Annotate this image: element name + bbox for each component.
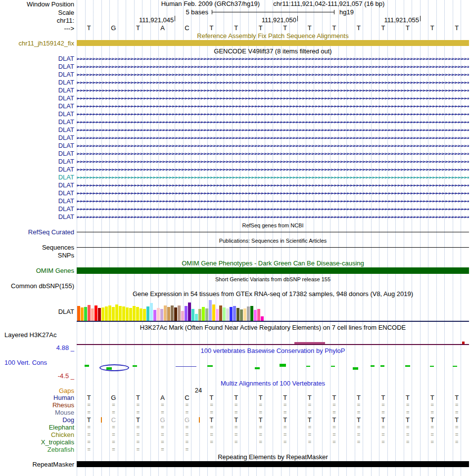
gtex-expression-bar[interactable] <box>119 306 122 321</box>
track-label-layered-h3k27ac[interactable]: Layered H3K27Ac <box>0 331 74 339</box>
h3k27ac-baseline[interactable] <box>77 344 469 345</box>
gtex-expression-bar[interactable] <box>247 306 250 321</box>
gtex-expression-bar[interactable] <box>216 309 219 321</box>
gtex-expression-bar[interactable] <box>202 307 205 321</box>
track-label-fix-patch[interactable]: chr11_jh159142_fix <box>0 40 74 47</box>
gtex-expression-bar[interactable] <box>77 306 80 321</box>
gtex-expression-bar[interactable] <box>185 306 188 321</box>
gene-transcript-dlat[interactable]: >>>>>>>>>>>>>>>>>>>>>>>>>>>>>>>>>>>>>>>>… <box>77 197 469 205</box>
gene-transcript-dlat[interactable]: >>>>>>>>>>>>>>>>>>>>>>>>>>>>>>>>>>>>>>>>… <box>77 213 469 221</box>
gtex-expression-bar[interactable] <box>91 308 94 321</box>
gtex-expression-bar[interactable] <box>250 306 253 321</box>
gene-transcript-dlat[interactable]: >>>>>>>>>>>>>>>>>>>>>>>>>>>>>>>>>>>>>>>>… <box>77 94 469 102</box>
species-label-human[interactable]: Human <box>0 394 74 401</box>
gene-label-dlat[interactable]: DLAT <box>0 102 74 110</box>
gene-transcript-dlat[interactable]: >>>>>>>>>>>>>>>>>>>>>>>>>>>>>>>>>>>>>>>>… <box>77 158 469 166</box>
species-label-x_tropicalis[interactable]: X_tropicalis <box>0 438 74 446</box>
track-label-repeatmasker[interactable]: RepeatMasker <box>0 461 74 469</box>
track-label-omim-genes[interactable]: OMIM Genes <box>0 267 74 275</box>
gene-transcript-dlat[interactable]: >>>>>>>>>>>>>>>>>>>>>>>>>>>>>>>>>>>>>>>>… <box>77 110 469 118</box>
gene-transcript-dlat[interactable]: >>>>>>>>>>>>>>>>>>>>>>>>>>>>>>>>>>>>>>>>… <box>77 63 469 71</box>
gene-label-dlat[interactable]: DLAT <box>0 197 74 205</box>
repeatmasker-bar[interactable] <box>77 461 469 467</box>
gene-label-dlat[interactable]: DLAT <box>0 142 74 150</box>
gene-label-dlat[interactable]: DLAT <box>0 118 74 126</box>
gtex-expression-bar[interactable] <box>212 304 215 321</box>
gtex-expression-bar[interactable] <box>223 307 226 321</box>
gtex-expression-bar[interactable] <box>198 309 201 321</box>
track-label-common-dbsnp[interactable]: Common dbSNP(155) <box>0 282 74 290</box>
gene-label-dlat[interactable]: DLAT <box>0 213 74 221</box>
gene-label-dlat[interactable]: DLAT <box>0 181 74 189</box>
gene-label-dlat[interactable]: DLAT <box>0 134 74 142</box>
gene-label-dlat[interactable]: DLAT <box>0 87 74 94</box>
gene-transcript-dlat[interactable]: >>>>>>>>>>>>>>>>>>>>>>>>>>>>>>>>>>>>>>>>… <box>77 102 469 110</box>
track-label-refseq-curated[interactable]: RefSeq Curated <box>0 228 74 236</box>
gtex-expression-bar[interactable] <box>129 308 132 321</box>
gtex-expression-bar[interactable] <box>133 306 136 321</box>
gene-transcript-dlat[interactable]: >>>>>>>>>>>>>>>>>>>>>>>>>>>>>>>>>>>>>>>>… <box>77 150 469 158</box>
gtex-expression-bar[interactable] <box>108 305 111 321</box>
sequences-track-line[interactable] <box>77 247 469 248</box>
species-label-zebrafish[interactable]: Zebrafish <box>0 446 74 453</box>
gtex-expression-bar[interactable] <box>136 307 139 321</box>
gene-transcript-dlat[interactable]: >>>>>>>>>>>>>>>>>>>>>>>>>>>>>>>>>>>>>>>>… <box>77 134 469 142</box>
gene-label-dlat[interactable]: DLAT <box>0 166 74 173</box>
gtex-expression-bar[interactable] <box>233 306 236 321</box>
species-label-mouse[interactable]: Mouse <box>0 409 74 416</box>
gene-transcript-dlat[interactable]: >>>>>>>>>>>>>>>>>>>>>>>>>>>>>>>>>>>>>>>>… <box>77 55 469 63</box>
gene-label-dlat[interactable]: DLAT <box>0 189 74 197</box>
track-label-gtex-gene[interactable]: DLAT <box>0 308 74 316</box>
gtex-expression-bar[interactable] <box>226 308 229 321</box>
gene-transcript-dlat[interactable]: >>>>>>>>>>>>>>>>>>>>>>>>>>>>>>>>>>>>>>>>… <box>77 126 469 134</box>
gene-label-dlat[interactable]: DLAT <box>0 71 74 79</box>
gtex-expression-bar[interactable] <box>171 305 174 321</box>
gtex-expression-bar[interactable] <box>243 308 246 321</box>
gtex-expression-bar[interactable] <box>205 308 208 321</box>
gtex-expression-bar[interactable] <box>98 308 101 321</box>
gene-transcript-dlat[interactable]: >>>>>>>>>>>>>>>>>>>>>>>>>>>>>>>>>>>>>>>>… <box>77 205 469 213</box>
gtex-expression-bar[interactable] <box>195 314 198 321</box>
gtex-expression-bar[interactable] <box>150 303 153 321</box>
species-label-rhesus[interactable]: Rhesus <box>0 401 74 409</box>
gtex-expression-bar[interactable] <box>209 300 212 321</box>
gtex-expression-bar[interactable] <box>257 309 260 321</box>
gene-transcript-dlat[interactable]: >>>>>>>>>>>>>>>>>>>>>>>>>>>>>>>>>>>>>>>>… <box>77 181 469 189</box>
track-label-100-vert-cons[interactable]: 100 Vert. Cons <box>0 359 74 367</box>
gene-label-dlat[interactable]: DLAT <box>0 55 74 63</box>
gene-label-dlat[interactable]: DLAT <box>0 63 74 71</box>
track-display-area[interactable]: Human Feb. 2009 (GRCh37/hg19) chr11:111,… <box>77 0 469 476</box>
gene-label-dlat[interactable]: DLAT <box>0 158 74 166</box>
gtex-expression-bar[interactable] <box>94 305 97 321</box>
gene-transcript-dlat[interactable]: >>>>>>>>>>>>>>>>>>>>>>>>>>>>>>>>>>>>>>>>… <box>77 189 469 197</box>
refseq-track-line[interactable] <box>77 232 469 232</box>
gtex-expression-bar[interactable] <box>188 303 191 321</box>
gtex-expression-bar[interactable] <box>174 307 177 321</box>
gtex-expression-bar[interactable] <box>167 307 170 321</box>
omim-bar[interactable] <box>77 267 469 274</box>
gene-label-dlat[interactable]: DLAT <box>0 205 74 213</box>
gene-transcript-dlat[interactable]: >>>>>>>>>>>>>>>>>>>>>>>>>>>>>>>>>>>>>>>>… <box>77 142 469 150</box>
gtex-expression-bar[interactable] <box>230 307 233 321</box>
gtex-expression-bar[interactable] <box>153 310 156 321</box>
fix-patch-bar[interactable] <box>77 40 469 46</box>
gtex-expression-bar[interactable] <box>236 308 239 321</box>
gene-transcript-dlat[interactable]: >>>>>>>>>>>>>>>>>>>>>>>>>>>>>>>>>>>>>>>>… <box>77 79 469 87</box>
species-label-dog[interactable]: Dog <box>0 416 74 424</box>
gene-label-dlat[interactable]: DLAT <box>0 126 74 134</box>
gene-label-dlat[interactable]: DLAT <box>0 150 74 158</box>
gtex-expression-bar[interactable] <box>140 308 142 321</box>
gene-transcript-dlat[interactable]: >>>>>>>>>>>>>>>>>>>>>>>>>>>>>>>>>>>>>>>>… <box>77 87 469 94</box>
gtex-expression-bar[interactable] <box>219 305 222 321</box>
gtex-expression-bar[interactable] <box>122 306 125 321</box>
gtex-expression-bar[interactable] <box>101 307 104 321</box>
gtex-expression-bar[interactable] <box>240 309 243 321</box>
species-label-elephant[interactable]: Elephant <box>0 424 74 431</box>
gtex-expression-bar[interactable] <box>164 305 167 321</box>
gtex-expression-bar[interactable] <box>191 309 194 321</box>
gtex-expression-bar[interactable] <box>178 305 181 321</box>
species-label-chicken[interactable]: Chicken <box>0 431 74 438</box>
gtex-expression-bar[interactable] <box>105 306 108 321</box>
gene-label-dlat[interactable]: DLAT <box>0 79 74 87</box>
gtex-expression-bar[interactable] <box>126 307 129 321</box>
